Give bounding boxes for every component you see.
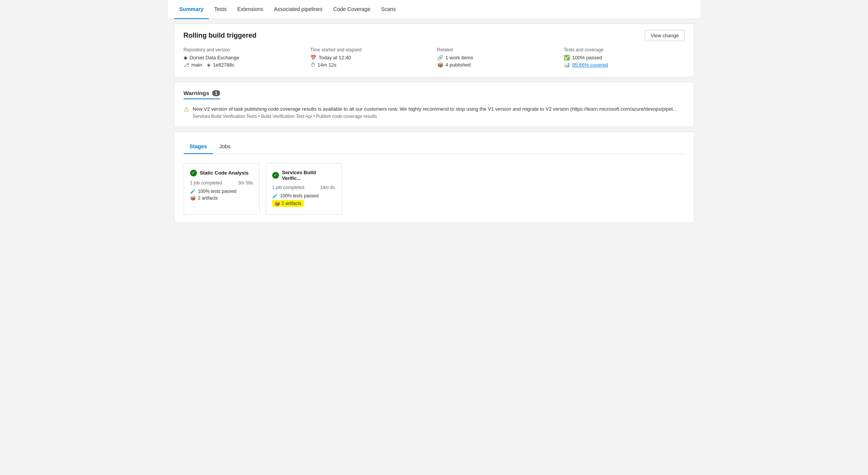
calendar-icon: 📅: [310, 55, 316, 60]
stage-tests-services: 🧪 100% tests passed: [272, 193, 335, 199]
warning-content: New V2 version of task publishing code c…: [193, 105, 677, 119]
commit-hash: 1e82788c: [213, 62, 235, 68]
published-item: 📦 4 published: [437, 62, 558, 68]
stage-title-static: Static Code Analysis: [200, 170, 249, 176]
time-label: Time started and elapsed: [310, 47, 431, 52]
related-label: Related: [437, 47, 558, 52]
tab-tests[interactable]: Tests: [209, 0, 232, 19]
branch-name: main: [192, 62, 202, 68]
coverage-icon: 📊: [564, 62, 570, 68]
warning-circle-icon: ⚠: [184, 106, 189, 113]
tab-stages[interactable]: Stages: [184, 140, 213, 154]
stage-card-static-header: ✓ Static Code Analysis: [190, 170, 253, 176]
warnings-card: Warnings 1 ⚠ New V2 version of task publ…: [174, 82, 694, 127]
clock-icon: ⏱: [310, 62, 315, 68]
diamond-icon: ◆: [184, 55, 187, 60]
artifacts-highlight: 📦 2 artifacts: [272, 200, 304, 207]
work-items: 1 work items: [446, 55, 473, 60]
coverage-item: 📊 95.66% covered: [564, 62, 685, 68]
test-stat-icon-services: 🧪: [272, 193, 278, 199]
stage-card-services[interactable]: ✓ Services Build Verific... 1 job comple…: [266, 163, 342, 215]
coverage-link[interactable]: 95.66% covered: [572, 62, 608, 68]
tab-associated-pipelines[interactable]: Associated pipelines: [268, 0, 328, 19]
build-info-card: View change Rolling build triggered Repo…: [174, 24, 694, 77]
stage-artifacts-services: 📦 2 artifacts: [272, 200, 335, 207]
stage-tests-static: 🧪 100% tests passed: [190, 189, 253, 194]
workitem-icon: 🔗: [437, 55, 443, 60]
repo-label: Repository and version: [184, 47, 305, 52]
time-section: Time started and elapsed 📅 Today at 12:4…: [310, 47, 431, 69]
tab-code-coverage[interactable]: Code Coverage: [328, 0, 376, 19]
publish-icon: 📦: [437, 62, 443, 68]
stage-tests-label-static: 100% tests passed: [198, 189, 236, 194]
stage-duration-services: 14m 8s: [320, 185, 335, 190]
stages-grid: ✓ Static Code Analysis 1 job completed 3…: [184, 163, 685, 215]
work-items-item: 🔗 1 work items: [437, 55, 558, 60]
nav-tabs: Summary Tests Extensions Associated pipe…: [168, 0, 700, 19]
stage-artifacts-label-static: 2 artifacts: [198, 195, 218, 201]
stage-card-static-code[interactable]: ✓ Static Code Analysis 1 job completed 3…: [184, 163, 260, 215]
stage-duration-static: 3m 59s: [238, 180, 253, 186]
stage-title-services: Services Build Verific...: [282, 170, 335, 181]
build-meta-grid: Repository and version ◆ Dorset Data Exc…: [184, 47, 685, 69]
tab-extensions[interactable]: Extensions: [232, 0, 268, 19]
warning-item: ⚠ New V2 version of task publishing code…: [184, 105, 685, 119]
stages-card: Stages Jobs ✓ Static Code Analysis 1 job…: [174, 132, 694, 223]
tests-section: Tests and coverage ✅ 100% passed 📊 95.66…: [564, 47, 685, 69]
artifact-stat-icon-services: 📦: [275, 201, 280, 206]
published-count: 4 published: [446, 62, 471, 68]
page-container: Summary Tests Extensions Associated pipe…: [168, 0, 700, 223]
related-section: Related 🔗 1 work items 📦 4 published: [437, 47, 558, 69]
warning-text: New V2 version of task publishing code c…: [193, 105, 677, 113]
warnings-header: Warnings 1: [184, 90, 220, 99]
stages-tabs: Stages Jobs: [184, 140, 685, 154]
stage-jobs-services: 1 job completed: [272, 185, 305, 190]
tab-jobs[interactable]: Jobs: [213, 140, 236, 154]
tab-summary[interactable]: Summary: [174, 0, 209, 19]
time-started-item: 📅 Today at 12:40: [310, 55, 431, 60]
tests-passed-item: ✅ 100% passed: [564, 55, 685, 60]
time-started: Today at 12:40: [319, 55, 351, 60]
tag-icon: ◈: [207, 62, 211, 68]
branch-commit-item: ⎇ main ◈ 1e82788c: [184, 62, 305, 68]
stage-success-icon: ✓: [190, 170, 197, 176]
tests-label: Tests and coverage: [564, 47, 685, 52]
view-change-button[interactable]: View change: [645, 30, 684, 41]
build-title: Rolling build triggered: [184, 32, 685, 40]
repo-name-item: ◆ Dorset Data Exchange: [184, 55, 305, 60]
tests-passed: 100% passed: [572, 55, 602, 60]
stage-tests-label-services: 100% tests passed: [280, 193, 319, 199]
tab-scans[interactable]: Scans: [376, 0, 401, 19]
test-pass-icon: ✅: [564, 55, 570, 60]
stage-meta-static: 1 job completed 3m 59s: [190, 180, 253, 186]
time-elapsed: 14m 12s: [317, 62, 336, 68]
stage-success-icon-services: ✓: [272, 172, 279, 179]
stage-artifacts-static: 📦 2 artifacts: [190, 195, 253, 201]
test-stat-icon-static: 🧪: [190, 189, 196, 194]
branch-icon: ⎇: [184, 62, 189, 68]
stage-artifacts-label-services: 2 artifacts: [282, 201, 301, 206]
stage-jobs-static: 1 job completed: [190, 180, 222, 186]
stage-meta-services: 1 job completed 14m 8s: [272, 185, 335, 190]
warnings-title: Warnings: [184, 90, 209, 96]
repo-section: Repository and version ◆ Dorset Data Exc…: [184, 47, 305, 69]
artifact-stat-icon-static: 📦: [190, 195, 196, 201]
time-elapsed-item: ⏱ 14m 12s: [310, 62, 431, 68]
warnings-badge: 1: [212, 90, 220, 96]
stage-card-services-header: ✓ Services Build Verific...: [272, 170, 335, 181]
repo-name: Dorset Data Exchange: [190, 55, 240, 60]
warning-sub: Services Build Verification Tests • Buil…: [193, 114, 677, 119]
